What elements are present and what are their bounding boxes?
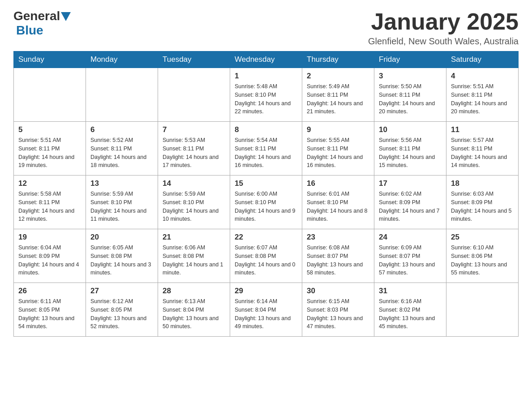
day-info: Sunrise: 5:48 AM Sunset: 8:10 PM Dayligh…	[235, 82, 297, 116]
day-number: 28	[163, 287, 225, 295]
calendar-cell: 23Sunrise: 6:08 AM Sunset: 8:07 PM Dayli…	[302, 229, 374, 283]
title-block: January 2025 Glenfield, New South Wales,…	[368, 9, 519, 47]
header-day-saturday: Saturday	[446, 51, 519, 68]
calendar-cell: 8Sunrise: 5:54 AM Sunset: 8:11 PM Daylig…	[230, 122, 302, 176]
day-info: Sunrise: 5:53 AM Sunset: 8:11 PM Dayligh…	[163, 136, 225, 170]
day-info: Sunrise: 6:05 AM Sunset: 8:08 PM Dayligh…	[90, 244, 153, 277]
day-number: 5	[18, 125, 81, 134]
calendar-cell: 13Sunrise: 5:59 AM Sunset: 8:10 PM Dayli…	[86, 176, 158, 229]
logo: General Blue	[13, 9, 71, 38]
day-info: Sunrise: 6:16 AM Sunset: 8:02 PM Dayligh…	[379, 297, 442, 331]
day-number: 15	[235, 179, 297, 188]
calendar-cell: 3Sunrise: 5:50 AM Sunset: 8:11 PM Daylig…	[374, 68, 446, 122]
calendar-cell: 11Sunrise: 5:57 AM Sunset: 8:11 PM Dayli…	[446, 122, 519, 176]
calendar-cell: 6Sunrise: 5:52 AM Sunset: 8:11 PM Daylig…	[86, 122, 158, 176]
header-day-monday: Monday	[86, 51, 158, 68]
day-info: Sunrise: 6:07 AM Sunset: 8:08 PM Dayligh…	[235, 244, 297, 277]
day-info: Sunrise: 5:59 AM Sunset: 8:10 PM Dayligh…	[163, 190, 225, 223]
day-info: Sunrise: 6:13 AM Sunset: 8:04 PM Dayligh…	[163, 297, 225, 331]
day-info: Sunrise: 6:10 AM Sunset: 8:06 PM Dayligh…	[451, 244, 514, 277]
day-info: Sunrise: 5:49 AM Sunset: 8:11 PM Dayligh…	[307, 82, 369, 116]
day-info: Sunrise: 6:09 AM Sunset: 8:07 PM Dayligh…	[379, 244, 442, 277]
calendar-subtitle: Glenfield, New South Wales, Australia	[368, 36, 519, 47]
calendar-cell: 14Sunrise: 5:59 AM Sunset: 8:10 PM Dayli…	[158, 176, 230, 229]
calendar-cell	[86, 68, 158, 122]
calendar-cell: 17Sunrise: 6:02 AM Sunset: 8:09 PM Dayli…	[374, 176, 446, 229]
day-number: 2	[307, 72, 369, 81]
day-info: Sunrise: 5:56 AM Sunset: 8:11 PM Dayligh…	[379, 136, 442, 170]
day-number: 9	[307, 125, 369, 134]
header-day-sunday: Sunday	[14, 51, 86, 68]
day-number: 23	[307, 233, 369, 242]
day-info: Sunrise: 6:03 AM Sunset: 8:09 PM Dayligh…	[451, 190, 514, 223]
calendar-cell: 5Sunrise: 5:51 AM Sunset: 8:11 PM Daylig…	[14, 122, 86, 176]
calendar-cell: 26Sunrise: 6:11 AM Sunset: 8:05 PM Dayli…	[14, 283, 86, 337]
day-number: 25	[451, 233, 514, 242]
day-info: Sunrise: 6:12 AM Sunset: 8:05 PM Dayligh…	[90, 297, 153, 331]
header-row: SundayMondayTuesdayWednesdayThursdayFrid…	[14, 51, 519, 68]
calendar-cell: 2Sunrise: 5:49 AM Sunset: 8:11 PM Daylig…	[302, 68, 374, 122]
header-day-tuesday: Tuesday	[158, 51, 230, 68]
day-number: 29	[235, 287, 297, 295]
calendar-cell: 29Sunrise: 6:14 AM Sunset: 8:04 PM Dayli…	[230, 283, 302, 337]
calendar-cell: 9Sunrise: 5:55 AM Sunset: 8:11 PM Daylig…	[302, 122, 374, 176]
day-number: 11	[451, 125, 514, 134]
day-info: Sunrise: 6:14 AM Sunset: 8:04 PM Dayligh…	[235, 297, 297, 331]
day-number: 21	[163, 233, 225, 242]
calendar-cell: 28Sunrise: 6:13 AM Sunset: 8:04 PM Dayli…	[158, 283, 230, 337]
header-day-thursday: Thursday	[302, 51, 374, 68]
day-number: 1	[235, 72, 297, 81]
calendar-cell: 15Sunrise: 6:00 AM Sunset: 8:10 PM Dayli…	[230, 176, 302, 229]
day-info: Sunrise: 5:59 AM Sunset: 8:10 PM Dayligh…	[90, 190, 153, 223]
week-row-2: 5Sunrise: 5:51 AM Sunset: 8:11 PM Daylig…	[14, 122, 519, 176]
header-day-friday: Friday	[374, 51, 446, 68]
header-day-wednesday: Wednesday	[230, 51, 302, 68]
day-info: Sunrise: 6:08 AM Sunset: 8:07 PM Dayligh…	[307, 244, 369, 277]
day-number: 24	[379, 233, 442, 242]
calendar-cell	[14, 68, 86, 122]
calendar-cell: 19Sunrise: 6:04 AM Sunset: 8:09 PM Dayli…	[14, 229, 86, 283]
day-number: 8	[235, 125, 297, 134]
calendar-title: January 2025	[368, 9, 519, 34]
calendar-cell: 12Sunrise: 5:58 AM Sunset: 8:11 PM Dayli…	[14, 176, 86, 229]
day-number: 10	[379, 125, 442, 134]
calendar-cell	[158, 68, 230, 122]
calendar-cell: 10Sunrise: 5:56 AM Sunset: 8:11 PM Dayli…	[374, 122, 446, 176]
week-row-4: 19Sunrise: 6:04 AM Sunset: 8:09 PM Dayli…	[14, 229, 519, 283]
day-number: 16	[307, 179, 369, 188]
page-header: General Blue January 2025 Glenfield, New…	[13, 9, 519, 47]
calendar-cell: 31Sunrise: 6:16 AM Sunset: 8:02 PM Dayli…	[374, 283, 446, 337]
calendar-cell: 7Sunrise: 5:53 AM Sunset: 8:11 PM Daylig…	[158, 122, 230, 176]
day-number: 13	[90, 179, 153, 188]
day-info: Sunrise: 6:01 AM Sunset: 8:10 PM Dayligh…	[307, 190, 369, 223]
week-row-3: 12Sunrise: 5:58 AM Sunset: 8:11 PM Dayli…	[14, 176, 519, 229]
day-number: 30	[307, 287, 369, 295]
logo-general-text: General	[13, 9, 60, 23]
day-number: 17	[379, 179, 442, 188]
week-row-1: 1Sunrise: 5:48 AM Sunset: 8:10 PM Daylig…	[14, 68, 519, 122]
calendar-cell: 30Sunrise: 6:15 AM Sunset: 8:03 PM Dayli…	[302, 283, 374, 337]
calendar-cell	[446, 283, 519, 337]
calendar-cell: 24Sunrise: 6:09 AM Sunset: 8:07 PM Dayli…	[374, 229, 446, 283]
day-number: 26	[18, 287, 81, 295]
day-number: 19	[18, 233, 81, 242]
day-info: Sunrise: 6:02 AM Sunset: 8:09 PM Dayligh…	[379, 190, 442, 223]
day-info: Sunrise: 5:50 AM Sunset: 8:11 PM Dayligh…	[379, 82, 442, 116]
day-info: Sunrise: 6:11 AM Sunset: 8:05 PM Dayligh…	[18, 297, 81, 331]
day-info: Sunrise: 5:57 AM Sunset: 8:11 PM Dayligh…	[451, 136, 514, 170]
day-info: Sunrise: 5:54 AM Sunset: 8:11 PM Dayligh…	[235, 136, 297, 170]
day-info: Sunrise: 6:00 AM Sunset: 8:10 PM Dayligh…	[235, 190, 297, 223]
day-info: Sunrise: 5:52 AM Sunset: 8:11 PM Dayligh…	[90, 136, 153, 170]
calendar-table: SundayMondayTuesdayWednesdayThursdayFrid…	[13, 51, 519, 337]
calendar-cell: 4Sunrise: 5:51 AM Sunset: 8:11 PM Daylig…	[446, 68, 519, 122]
logo-blue-text: Blue	[16, 23, 43, 38]
day-number: 12	[18, 179, 81, 188]
calendar-cell: 20Sunrise: 6:05 AM Sunset: 8:08 PM Dayli…	[86, 229, 158, 283]
day-number: 4	[451, 72, 514, 81]
calendar-cell: 1Sunrise: 5:48 AM Sunset: 8:10 PM Daylig…	[230, 68, 302, 122]
day-info: Sunrise: 5:51 AM Sunset: 8:11 PM Dayligh…	[18, 136, 81, 170]
day-number: 3	[379, 72, 442, 81]
day-info: Sunrise: 5:51 AM Sunset: 8:11 PM Dayligh…	[451, 82, 514, 116]
calendar-cell: 18Sunrise: 6:03 AM Sunset: 8:09 PM Dayli…	[446, 176, 519, 229]
day-number: 14	[163, 179, 225, 188]
